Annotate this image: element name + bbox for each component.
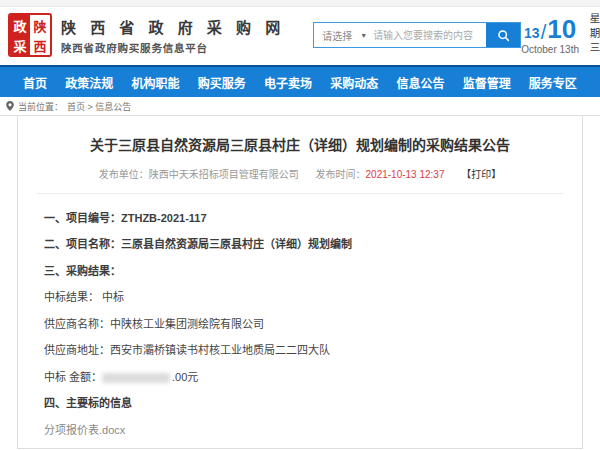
publisher-name: 陕西中天禾招标项目管理有限公司	[149, 169, 299, 180]
date-day: 13	[524, 26, 540, 42]
print-button[interactable]: 【打印】	[461, 169, 501, 180]
publisher-label: 发布单位：	[99, 169, 149, 180]
site-titles: 陕 西 省 政 府 采 购 网 陕西省政府购买服务信息平台	[61, 16, 285, 55]
article-body: 一、项目编号：ZTHZB-2021-117 二、项目名称：三原县自然资源局三原县…	[18, 200, 582, 449]
nav-item-services[interactable]: 服务专区	[529, 74, 577, 91]
nav-item-purchase[interactable]: 购买服务	[198, 74, 246, 91]
nav-item-oversight[interactable]: 监督管理	[463, 74, 511, 91]
project-number-line: 一、项目编号：ZTHZB-2021-117	[44, 210, 556, 227]
nav-item-policy[interactable]: 政策法规	[65, 74, 113, 91]
location-pin-icon	[6, 101, 14, 111]
date-numbers: 13 / 10 October 13th	[521, 16, 579, 55]
logo-char-tl: 政	[10, 15, 30, 35]
search-category-select[interactable]: 请选择 ▼	[314, 23, 373, 47]
nav-item-dynamics[interactable]: 采购动态	[330, 74, 378, 91]
date-english: October 13th	[521, 44, 579, 55]
search-bar: 请选择 ▼	[313, 22, 521, 48]
breadcrumb-path[interactable]: 首页 > 信息公告	[67, 100, 131, 113]
project-name-line: 二、项目名称：三原县自然资源局三原县村庄（详细）规划编制	[44, 236, 556, 253]
nav-item-emall[interactable]: 电子卖场	[264, 74, 312, 91]
search-button[interactable]	[486, 23, 520, 47]
attachment-link[interactable]: 分项报价表.docx	[44, 424, 125, 436]
bid-amount-label: 中标 金额：	[44, 371, 102, 383]
top-strip	[0, 0, 600, 7]
date-slash: /	[541, 22, 547, 42]
nav-item-home[interactable]: 首页	[23, 74, 47, 91]
section4-heading: 四、主要标的信息	[44, 395, 556, 412]
article-meta: 发布单位：陕西中天禾招标项目管理有限公司 发布时间：2021-10-13 12:…	[18, 166, 582, 181]
result-section-heading: 三、采购结果：	[44, 263, 556, 280]
date-weekday: 星期三	[589, 13, 600, 57]
bid-amount-suffix: .00元	[172, 371, 198, 383]
date-widget: 13 / 10 October 13th 星期三	[521, 13, 600, 57]
site-title: 陕 西 省 政 府 采 购 网	[61, 16, 285, 37]
supplier-name-line: 供应商名称：中陕核工业集团测绘院有限公司	[44, 316, 556, 333]
search-icon	[497, 29, 510, 42]
date-month: 10	[547, 16, 576, 42]
bid-result-line: 中标结果： 中标	[44, 289, 556, 306]
search-input[interactable]	[373, 23, 486, 47]
article-card: 关于三原县自然资源局三原县村庄（详细）规划编制的采购结果公告 发布单位：陕西中天…	[17, 116, 583, 449]
breadcrumb: 当前位置： 首页 > 信息公告	[0, 97, 600, 116]
meta-divider	[36, 193, 564, 194]
breadcrumb-label: 当前位置：	[18, 100, 63, 113]
supplier-address-line: 供应商地址：西安市灞桥镇读书村核工业地质局二二四大队	[44, 342, 556, 359]
bid-amount-line: 中标 金额：.00元	[44, 369, 556, 386]
logo-char-tr: 陕	[30, 15, 50, 35]
publish-time-label: 发布时间：	[316, 169, 366, 180]
section5-heading: 五、评标委员会名单：	[44, 448, 556, 449]
nav-item-notices[interactable]: 信息公告	[396, 74, 444, 91]
logo-char-bl: 采	[10, 35, 30, 55]
main-nav: 首页 政策法规 机构职能 购买服务 电子卖场 采购动态 信息公告 监督管理 服务…	[0, 65, 600, 97]
publish-time: 2021-10-13 12:37	[366, 169, 445, 180]
chevron-down-icon: ▼	[360, 32, 367, 39]
logo-char-br: 西	[30, 35, 50, 55]
site-logo: 政 陕 采 西	[8, 13, 52, 57]
site-subtitle: 陕西省政府购买服务信息平台	[61, 40, 285, 55]
search-select-label: 请选择	[322, 28, 352, 43]
nav-item-functions[interactable]: 机构职能	[132, 74, 180, 91]
page-title: 关于三原县自然资源局三原县村庄（详细）规划编制的采购结果公告	[54, 136, 546, 156]
site-header: 政 陕 采 西 陕 西 省 政 府 采 购 网 陕西省政府购买服务信息平台 请选…	[0, 7, 600, 65]
redacted-amount	[102, 373, 170, 383]
